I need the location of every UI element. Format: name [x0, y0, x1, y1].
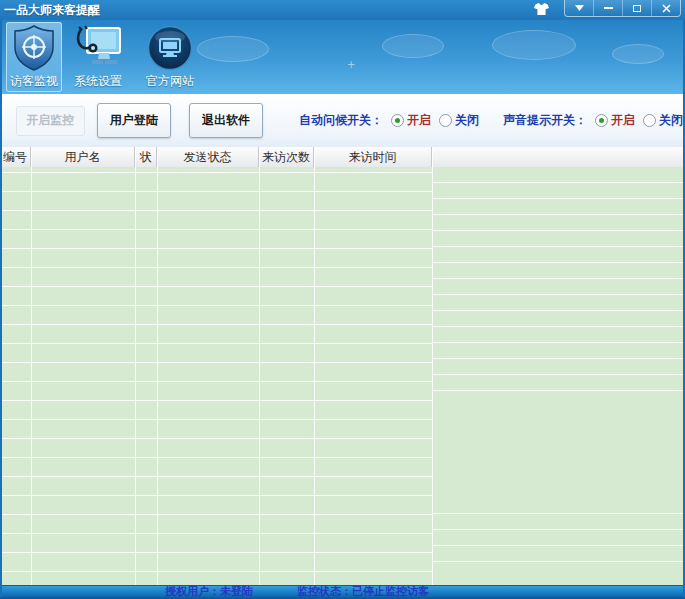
window-menu-button[interactable]: [565, 0, 593, 16]
grid-rows-left: [2, 167, 432, 586]
status-bar: 授权用户：未登陆 监控状态：已停止监控访客: [2, 585, 683, 597]
cloud-decoration: [197, 36, 269, 62]
column-header-send-status[interactable]: 发送状态: [157, 147, 259, 167]
auto-greeting-on-label[interactable]: 开启: [407, 112, 431, 129]
toolbar: + + 访客监视: [2, 20, 683, 95]
column-header-extra[interactable]: [432, 147, 683, 167]
grid-column-line: [259, 167, 260, 586]
grid-column-line: [135, 167, 136, 586]
grid-column-line: [432, 167, 433, 586]
column-header-visit-time[interactable]: 来访时间: [314, 147, 432, 167]
sound-alert-toggle-group: 声音提示开关： 开启 关闭: [503, 112, 683, 129]
grid-column-line: [31, 167, 32, 586]
globe-monitor-icon: [147, 25, 193, 71]
monitor-stethoscope-icon: [74, 25, 122, 71]
window-border-left: [0, 20, 2, 599]
auto-greeting-off-label[interactable]: 关闭: [455, 112, 479, 129]
window-controls: [564, 0, 681, 17]
auto-greeting-label: 自动问候开关：: [299, 112, 383, 129]
tool-label: 访客监视: [10, 73, 58, 90]
action-bar: 开启监控 用户登陆 退出软件 自动问候开关： 开启 关闭 声音提示开关： 开启 …: [2, 94, 683, 148]
grid-column-line: [314, 167, 315, 586]
tool-visitor-monitor[interactable]: 访客监视: [6, 22, 62, 92]
table-header: 编号 用户名 状 发送状态 来访次数 来访时间: [2, 147, 683, 168]
column-header-visit-count[interactable]: 来访次数: [259, 147, 314, 167]
column-header-username[interactable]: 用户名: [31, 147, 135, 167]
radio-dot: [395, 118, 400, 123]
close-icon: [662, 4, 671, 13]
auto-greeting-on-radio[interactable]: [391, 114, 404, 127]
close-button[interactable]: [651, 0, 680, 16]
sound-alert-off-label[interactable]: 关闭: [659, 112, 683, 129]
sound-alert-label: 声音提示开关：: [503, 112, 587, 129]
minimize-icon: [604, 7, 613, 9]
auto-greeting-off-radio[interactable]: [439, 114, 452, 127]
sound-alert-off-radio[interactable]: [643, 114, 656, 127]
skin-button[interactable]: [532, 2, 550, 16]
minimize-button[interactable]: [593, 0, 622, 16]
column-header-status[interactable]: 状: [135, 147, 157, 167]
sound-alert-on-label[interactable]: 开启: [611, 112, 635, 129]
maximize-button[interactable]: [622, 0, 651, 16]
authorized-user-status: 授权用户：未登陆: [165, 586, 253, 597]
tool-label: 系统设置: [74, 73, 122, 90]
grid-rows-right-bottom: [432, 498, 683, 568]
tool-label: 官方网站: [146, 73, 194, 90]
sparkle-decoration: +: [347, 60, 355, 70]
app-window: 一品大师来客提醒: [0, 0, 685, 599]
cloud-decoration: [612, 44, 664, 64]
start-monitor-button: 开启监控: [16, 106, 85, 136]
tool-system-settings[interactable]: 系统设置: [70, 22, 126, 92]
user-login-button[interactable]: 用户登陆: [97, 103, 171, 138]
radio-dot: [599, 118, 604, 123]
visitor-list-grid[interactable]: [2, 167, 683, 586]
tool-official-website[interactable]: 官方网站: [142, 22, 198, 92]
chevron-down-icon: [575, 5, 584, 11]
cloud-decoration: [382, 34, 444, 58]
cloud-decoration: [492, 30, 576, 60]
grid-column-line: [157, 167, 158, 586]
sound-alert-on-radio[interactable]: [595, 114, 608, 127]
auto-greeting-toggle-group: 自动问候开关： 开启 关闭: [299, 112, 479, 129]
grid-rows-right-top: [432, 167, 683, 393]
toolbar-items: 访客监视 系统设置: [6, 22, 206, 92]
skin-shirt-icon: [534, 3, 549, 15]
shield-radar-icon: [13, 25, 55, 71]
column-header-number[interactable]: 编号: [2, 147, 31, 167]
exit-software-button[interactable]: 退出软件: [189, 103, 263, 138]
maximize-icon: [633, 5, 641, 12]
monitor-status: 监控状态：已停止监控访客: [297, 586, 429, 597]
window-title: 一品大师来客提醒: [4, 2, 100, 19]
title-bar[interactable]: 一品大师来客提醒: [0, 0, 685, 20]
